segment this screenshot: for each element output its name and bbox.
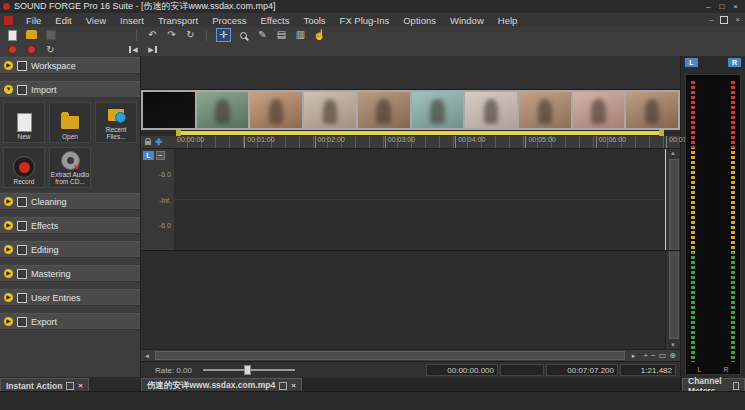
zoom-out-icon[interactable]: − [651,351,656,360]
menu-view[interactable]: View [79,13,113,27]
video-thumbnail-10[interactable] [626,92,678,127]
close-panel-icon[interactable]: × [78,383,83,389]
selection-start-display[interactable]: 00:00:00.000 [426,364,498,376]
waveform-editor[interactable]: ▲ ▼ L−-6.0-Inf.-6.0 [141,149,680,350]
menu-effects[interactable]: Effects [254,13,297,27]
envelope-tool-icon[interactable]: ▤ [275,29,288,41]
expand-icon[interactable]: ▶ [4,197,13,206]
expand-icon[interactable]: ▶ [4,61,13,70]
expand-icon[interactable]: ▶ [4,293,13,302]
scroll-left-icon[interactable]: ◂ [141,352,153,360]
record-options-icon[interactable] [6,44,19,56]
menu-transport[interactable]: Transport [151,13,205,27]
redo-icon[interactable]: ↷ [165,29,178,41]
selection-blank-display[interactable] [500,364,544,376]
zoom-in-icon[interactable]: + [643,351,648,360]
video-thumbnail-1[interactable] [143,92,195,127]
channel-left[interactable]: L−-6.0-Inf.-6.0 [141,149,680,251]
video-thumbnail-6[interactable] [412,92,464,127]
action-record[interactable]: Record [3,147,45,188]
undo-icon[interactable]: ↶ [146,29,159,41]
video-thumbnail-3[interactable] [250,92,302,127]
expand-icon[interactable]: ▶ [4,245,13,254]
sidebar-section-effects[interactable]: ▶Effects [0,217,140,234]
snap-icon[interactable]: ✚ [155,137,163,147]
open-folder-icon[interactable] [25,29,38,41]
doc-restore-button[interactable] [720,16,728,24]
pencil-tool-icon[interactable]: ✎ [256,29,269,41]
scroll-right-icon[interactable]: ▸ [627,352,639,360]
expand-icon[interactable]: ▶ [4,317,13,326]
video-thumbnail-4[interactable] [304,92,356,127]
meter-right-button[interactable]: R [728,58,741,67]
expand-icon[interactable]: ▶ [4,221,13,230]
channel-meters-tab[interactable]: Channel Meters [682,378,745,392]
magnify-tool-icon[interactable] [237,29,250,41]
waveform-overview[interactable] [141,56,680,90]
sidebar-section-cleaning[interactable]: ▶Cleaning [0,193,140,210]
collapse-icon[interactable]: ▼ [4,85,13,94]
video-thumbnail-2[interactable] [197,92,249,127]
horizontal-scroll-thumb[interactable] [155,351,625,360]
rate-slider[interactable] [203,365,295,375]
menu-file[interactable]: File [19,13,48,27]
sidebar-section-import[interactable]: ▼Import [0,81,140,98]
close-doc-icon[interactable]: × [291,383,296,389]
sidebar-section-export[interactable]: ▶Export [0,313,140,330]
float-meters-icon[interactable] [733,382,739,390]
doc-close-button[interactable]: × [735,16,740,24]
event-tool-icon[interactable]: ▥ [294,29,307,41]
minimize-button[interactable]: – [706,3,710,11]
menu-insert[interactable]: Insert [113,13,151,27]
app-menu-icon[interactable] [4,16,13,25]
touch-tool-icon[interactable]: ☝ [313,29,326,41]
go-to-start-icon[interactable] [127,44,140,56]
menu-tools[interactable]: Tools [296,13,332,27]
frames-display[interactable]: 1:21,482 [620,364,676,376]
float-panel-icon[interactable] [66,382,74,390]
menu-window[interactable]: Window [443,13,491,27]
save-icon[interactable] [44,29,57,41]
cursor-position-display[interactable]: 00:07:07.200 [546,364,618,376]
loop-playback-icon[interactable]: ↻ [44,44,57,56]
action-new[interactable]: New [3,102,45,143]
menu-edit[interactable]: Edit [48,13,78,27]
action-extract-audio-from-cd-[interactable]: Extract Audio from CD... [49,147,91,188]
rate-slider-handle[interactable] [244,365,251,375]
video-thumbnail-8[interactable] [519,92,571,127]
repeat-icon[interactable]: ↻ [184,29,197,41]
channel-left-button[interactable]: L [143,151,154,160]
close-button[interactable]: × [733,3,738,11]
maximize-button[interactable]: □ [719,3,724,11]
new-file-icon[interactable] [6,29,19,41]
waveform-canvas-left[interactable] [174,149,666,250]
time-ruler[interactable]: 00:00:0000:01:0000:02:0000:03:0000:04:00… [141,136,680,149]
record-icon[interactable] [25,44,38,56]
document-tab[interactable]: 伤速的安详www.ssdax.com.mp4 × [141,378,302,392]
sidebar-section-user-entries[interactable]: ▶User Entries [0,289,140,306]
instant-action-tab[interactable]: Instant Action × [0,378,89,392]
zoom-selection-icon[interactable]: ▭ [659,351,667,360]
channel-collapse-icon[interactable]: − [156,151,165,160]
video-thumbnail-9[interactable] [573,92,625,127]
edit-tool-icon[interactable]: ✛ [216,28,231,42]
go-to-end-icon[interactable] [146,44,159,56]
video-thumbnail-7[interactable] [465,92,517,127]
menu-process[interactable]: Process [205,13,253,27]
zoom-fit-icon[interactable]: ⊕ [669,351,676,360]
sidebar-section-mastering[interactable]: ▶Mastering [0,265,140,282]
lock-icon[interactable] [143,136,152,148]
action-open[interactable]: Open [49,102,91,143]
menu-help[interactable]: Help [491,13,525,27]
sidebar-section-editing[interactable]: ▶Editing [0,241,140,258]
menu-options[interactable]: Options [396,13,443,27]
meter-left-button[interactable]: L [685,58,698,67]
doc-minimize-button[interactable]: – [709,16,713,24]
video-thumbnail-5[interactable] [358,92,410,127]
expand-icon[interactable]: ▶ [4,269,13,278]
sidebar-section-workspace[interactable]: ▶Workspace [0,57,140,74]
scroll-down-icon[interactable]: ▼ [666,342,680,348]
action-recent-files-[interactable]: Recent Files... [95,102,137,143]
menu-fx-plug-ins[interactable]: FX Plug-Ins [333,13,397,27]
float-doc-icon[interactable] [279,382,287,390]
